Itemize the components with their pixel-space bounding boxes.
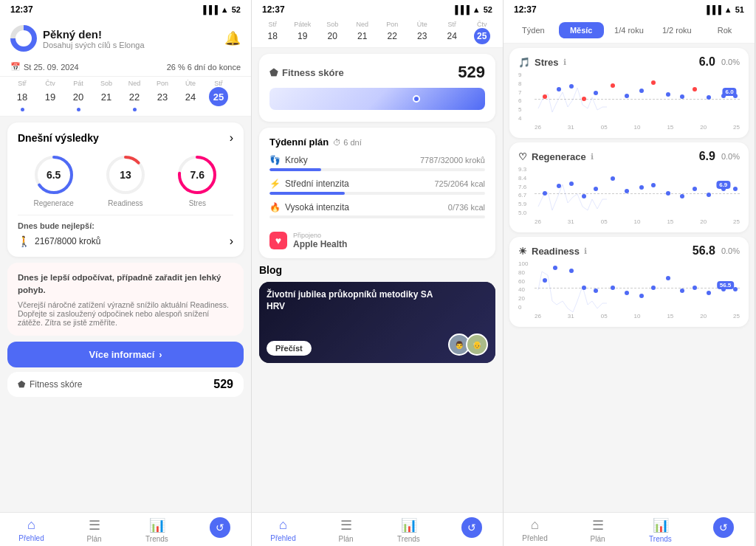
nav-item-overview-3[interactable]: ⌂ Přehled xyxy=(504,517,566,543)
bell-icon[interactable]: 🔔 xyxy=(224,30,241,46)
stat-value: 7787/32000 kroků xyxy=(420,156,485,165)
chart-badge: 56.5 xyxy=(717,281,735,289)
bottom-nav-1: ⌂ Přehled ☰ Plán 📊 Trends ↺ xyxy=(0,512,251,546)
cal-day[interactable]: Pát 20 xyxy=(66,80,90,111)
chart-change: 0.0% xyxy=(721,58,740,66)
results-header: Dnešní výsledky › xyxy=(18,131,233,145)
chart-dot xyxy=(582,97,586,101)
period-tab[interactable]: Rok xyxy=(702,22,747,38)
stat-bar xyxy=(269,168,485,171)
fitness-label: Fitness skóre xyxy=(30,379,82,390)
stat-icon: 👣 xyxy=(269,155,281,165)
best-title: Dnes bude nejlepší: xyxy=(18,221,233,230)
status-icons-1: ▐▐▐ ▲ 52 xyxy=(200,5,241,14)
header-text: Pěkný den! Dosahuj svých cílů s Elonga xyxy=(43,28,145,49)
nav-item-plan-1[interactable]: ☰ Plán xyxy=(63,517,126,543)
more-info-button[interactable]: Více informací › xyxy=(7,342,244,367)
nav-item-loader-1[interactable]: ↺ xyxy=(188,517,251,543)
nav-item-trends-3[interactable]: 📊 Trends xyxy=(629,517,692,543)
cal-day-2[interactable]: Čtv 25 xyxy=(469,21,496,44)
signal-icon-3: ▐▐▐ xyxy=(704,5,721,14)
calendar-strip: Stř 18 Čtv 19 Pát 20 Sob 21 Ned 22 Pon 2… xyxy=(0,77,251,117)
stat-text: Střední intenzita xyxy=(285,179,349,189)
battery-icon-3: 51 xyxy=(735,5,744,14)
cal-day[interactable]: Stř 25 xyxy=(207,80,230,111)
weekly-plan: Týdenní plán ⏱ 6 dní 👣 Kroky 7787/32000 … xyxy=(259,128,495,258)
metric-item: 13 Readiness xyxy=(104,153,147,207)
nav-item-loader-2[interactable]: ↺ xyxy=(440,517,503,543)
curve-dot xyxy=(413,95,420,103)
cal-day-2[interactable]: Úte 23 xyxy=(409,21,436,44)
chart-change: 0.0% xyxy=(721,246,740,255)
avatar-2: 👴 xyxy=(466,334,488,356)
chart-dots: 6.0 xyxy=(535,72,740,122)
phone1: 12:37 ▐▐▐ ▲ 52 Pěkný den! Dosahuj svých … xyxy=(0,0,252,546)
period-tab[interactable]: Týden xyxy=(511,22,556,38)
chart-icon: ♡ xyxy=(518,151,527,162)
period-tab[interactable]: Měsíc xyxy=(559,22,604,38)
nav-item-plan-2[interactable]: ☰ Plán xyxy=(315,517,377,543)
loader-circle-3: ↺ xyxy=(713,517,734,538)
logo-inner xyxy=(16,30,32,46)
chart-dot xyxy=(611,176,615,181)
stat-value: 0/736 kcal xyxy=(448,203,485,212)
chart-dot xyxy=(693,187,697,191)
metric-value: 6.5 xyxy=(47,169,61,181)
nav-label-overview: Přehled xyxy=(18,534,44,542)
nav-item-trends-2[interactable]: 📊 Trends xyxy=(377,517,440,543)
chart-section: 🎵 Stres ℹ 6.0 0.0% 987654 6.0 xyxy=(509,48,749,138)
nav-item-trends-1[interactable]: 📊 Trends xyxy=(126,517,188,543)
fitness-label-2: ⬟ Fitness skóre xyxy=(269,67,344,78)
nav-item-plan-3[interactable]: ☰ Plán xyxy=(566,517,629,543)
nav-label-trends-3: Trends xyxy=(649,535,672,543)
nav-item-loader-3[interactable]: ↺ xyxy=(692,517,755,543)
chart-header: ♡ Regenerace ℹ 6.9 0.0% xyxy=(518,150,740,163)
cal-day[interactable]: Stř 18 xyxy=(10,80,34,111)
steps-value: 2167/8000 kroků xyxy=(35,236,100,246)
stat-row: 👣 Kroky 7787/32000 kroků xyxy=(269,155,485,171)
chart-title-text: Regenerace xyxy=(532,151,586,162)
cal-day-2[interactable]: Pon 22 xyxy=(379,21,406,44)
cal-day[interactable]: Ned 22 xyxy=(123,80,146,111)
chart-section: ♡ Regenerace ℹ 6.9 0.0% 9.38.47.66.75.95… xyxy=(509,142,749,232)
nav-label-plan-2: Plán xyxy=(338,535,353,543)
metric-value: 7.6 xyxy=(190,169,205,181)
info-icon: ℹ xyxy=(584,246,587,256)
nav-item-overview-2[interactable]: ⌂ Přehled xyxy=(252,517,315,543)
x-labels: 26310510152025 xyxy=(535,313,740,319)
chart-dot xyxy=(594,187,598,191)
nav-item-overview-1[interactable]: ⌂ Přehled xyxy=(0,517,63,543)
chart-dot xyxy=(693,286,697,290)
blog-read-button[interactable]: Přečíst xyxy=(267,341,312,356)
chart-title: 🎵 Stres ℹ xyxy=(518,57,566,68)
period-tab[interactable]: 1/2 roku xyxy=(654,22,699,38)
home-icon-2: ⌂ xyxy=(279,517,287,533)
cal-day[interactable]: Pon 23 xyxy=(151,80,174,111)
chevron-right-icon[interactable]: › xyxy=(230,131,233,145)
cal-day-2[interactable]: Pátek 19 xyxy=(289,21,317,44)
logo-circle xyxy=(10,25,37,52)
cal-day-2[interactable]: Stř 24 xyxy=(439,21,466,44)
bottom-nav-3: ⌂ Přehled ☰ Plán 📊 Trends ↺ xyxy=(504,512,755,546)
blog-card[interactable]: Životní jubilea průkopníků metodiky SA H… xyxy=(259,282,495,363)
chart-dot xyxy=(569,182,574,186)
signal-icon-2: ▐▐▐ xyxy=(452,5,469,14)
chart-dot xyxy=(707,193,711,197)
chart-dot xyxy=(639,294,644,298)
metric-circle: 6.5 xyxy=(32,153,75,196)
cal-day[interactable]: Čtv 19 xyxy=(38,80,62,111)
cal-day-2[interactable]: Ned 21 xyxy=(349,21,377,44)
cal-day-2[interactable]: Stř 18 xyxy=(259,21,286,44)
weekly-header: Týdenní plán ⏱ 6 dní xyxy=(269,136,485,148)
period-tab[interactable]: 1/4 roku xyxy=(607,22,652,38)
chart-dot xyxy=(611,83,615,88)
cal-day-2[interactable]: Sob 20 xyxy=(319,21,346,44)
chevron-right-steps[interactable]: › xyxy=(230,235,233,248)
chart-dot xyxy=(582,194,586,198)
cal-day[interactable]: Úte 24 xyxy=(179,80,202,111)
loader-circle: ↺ xyxy=(210,517,230,538)
chart-dot xyxy=(680,288,684,293)
chart-dot xyxy=(594,91,598,95)
cal-day[interactable]: Sob 21 xyxy=(94,80,118,111)
chart-change: 0.0% xyxy=(721,152,740,161)
